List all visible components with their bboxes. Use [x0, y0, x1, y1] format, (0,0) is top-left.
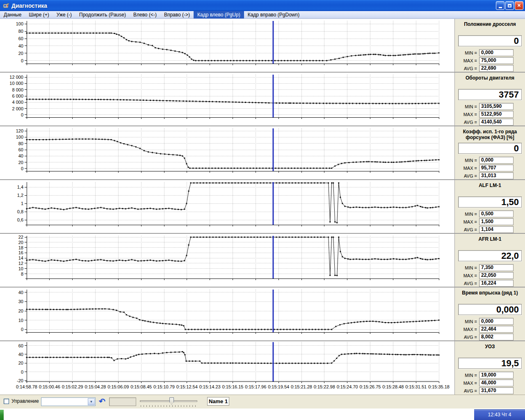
svg-text:20: 20 [18, 361, 23, 365]
stat-label-avg: AVG = [458, 120, 477, 125]
x-axis-time-label: 0:15:21.28 [291, 384, 312, 389]
chart-ignition-advance[interactable]: -2002040600:14:58.780:15:00.460:15:02.29… [0, 341, 454, 395]
svg-text:80: 80 [18, 29, 23, 34]
svg-text:120: 120 [16, 128, 23, 133]
svg-text:1,2: 1,2 [17, 193, 23, 198]
profile-name-label: Name 1 [207, 397, 229, 406]
x-axis-time-label: 0:15:28.48 [382, 384, 404, 389]
close-button[interactable]: ✕ [515, 1, 523, 10]
panel-current-value: 22,0 [458, 250, 522, 261]
svg-text:60: 60 [18, 147, 23, 152]
slider-thumb[interactable] [169, 397, 174, 405]
chart-injection-time[interactable]: 010203040 [0, 288, 454, 341]
panel-afr-lm1: AFR LM-122,0MIN =7,350MAX =22,050AVG =16… [455, 234, 525, 288]
x-axis-time-label: 0:15:04.28 [85, 384, 106, 389]
undo-icon[interactable]: ↶ [99, 397, 105, 406]
stat-row-max: MAX =75,000 [458, 57, 522, 64]
stat-label-max: MAX = [458, 112, 477, 117]
channel-combobox[interactable]: ▼ [41, 397, 96, 406]
stat-value-max: 22,464 [479, 326, 514, 333]
menu-item-frame-right[interactable]: Кадр вправо (PgDown) [244, 11, 304, 18]
x-axis-time-label: 0:15:22.98 [314, 384, 335, 389]
menu-item-right[interactable]: Вправо (->) [160, 11, 194, 18]
stat-value-avg: 16,224 [479, 280, 514, 287]
minimize-button[interactable] [496, 1, 504, 10]
stat-label-min: MIN = [458, 50, 477, 55]
svg-text:100: 100 [16, 135, 23, 139]
stat-row-avg: AVG =31,013 [458, 172, 522, 180]
svg-text:0: 0 [21, 327, 23, 332]
x-axis-time-label: 0:15:02.29 [62, 384, 83, 389]
x-axis-time-label: 0:15:26.75 [360, 384, 381, 389]
svg-text:0,8: 0,8 [17, 209, 23, 214]
control-checkbox[interactable] [4, 399, 9, 404]
menu-item-left[interactable]: Влево (<-) [130, 11, 160, 18]
svg-text:0,6: 0,6 [17, 217, 23, 222]
svg-text:20: 20 [18, 308, 23, 313]
svg-text:1,4: 1,4 [17, 185, 23, 189]
panel-title: Обороты двигателя [458, 73, 522, 89]
chart-injector-coeff[interactable]: 020406080100120 [0, 126, 454, 180]
svg-text:8 000: 8 000 [12, 87, 23, 92]
svg-text:20: 20 [18, 51, 23, 56]
stat-label-min: MIN = [458, 319, 477, 324]
chevron-down-icon: ▼ [90, 400, 93, 404]
chart-engine-rpm[interactable]: 02 0004 0006 0008 00010 00012 000 [0, 73, 454, 126]
combo-dropdown-button[interactable]: ▼ [88, 398, 95, 405]
stat-row-min: MIN =19,000 [458, 371, 522, 379]
stat-label-max: MAX = [458, 219, 477, 224]
x-axis-time-label: 0:15:00.46 [39, 384, 60, 389]
stat-row-avg: AVG =4140,540 [458, 118, 522, 126]
stat-label-max: MAX = [458, 58, 477, 63]
svg-text:14: 14 [18, 256, 23, 260]
desktop-strip: 12:43 Чт 4 [0, 409, 525, 420]
chart-alf-lm1[interactable]: 0,60,811,21,4 [0, 180, 454, 234]
panel-injector-coeff: Коэфф. исп. 1-го ряда форсунок (ФАЗ) [%]… [455, 126, 525, 180]
svg-text:0: 0 [21, 166, 23, 171]
maximize-icon [508, 4, 511, 7]
panel-title: Коэфф. исп. 1-го ряда форсунок (ФАЗ) [%] [458, 126, 522, 143]
x-axis-time-label: 0:15:24.70 [337, 384, 358, 389]
menu-item-data[interactable]: Данные [0, 11, 25, 18]
taskbar-start-fragment [0, 410, 4, 420]
stat-row-max: MAX =46,000 [458, 379, 522, 387]
stat-row-avg: AVG =22,690 [458, 64, 522, 72]
svg-text:6 000: 6 000 [12, 94, 23, 98]
svg-text:10: 10 [18, 266, 23, 271]
stat-row-avg: AVG =8,002 [458, 333, 522, 341]
position-slider[interactable] [140, 397, 197, 407]
stat-value-avg: 31,013 [479, 172, 514, 179]
menu-item-pause[interactable]: Продолжить (Pause) [75, 11, 130, 18]
stat-value-max: 46,000 [479, 379, 514, 386]
panel-current-value: 0 [458, 143, 522, 154]
stat-label-avg: AVG = [458, 388, 477, 393]
x-axis-time-label: 0:15:19.54 [268, 384, 289, 389]
stat-row-max: MAX =95,707 [458, 164, 522, 172]
svg-text:60: 60 [18, 36, 23, 41]
slider-track [140, 400, 197, 402]
svg-text:12 000: 12 000 [9, 75, 23, 80]
panel-current-value: 0,000 [458, 304, 522, 315]
stat-value-min: 3105,590 [479, 103, 514, 110]
panel-current-value: 0 [458, 35, 522, 46]
taskbar-clock[interactable]: 12:43 Чт 4 [474, 409, 525, 420]
stat-label-avg: AVG = [458, 281, 477, 286]
chart-throttle-position[interactable]: 020406080100 [0, 19, 454, 73]
control-bar: Управление ▼ ↶ Name 1 [0, 395, 525, 409]
stat-value-avg: 31,670 [479, 387, 514, 394]
panel-ignition-advance: УОЗ19,5MIN =19,000MAX =46,000AVG =31,670 [455, 341, 525, 395]
stat-value-avg: 22,690 [479, 65, 514, 72]
panel-engine-rpm: Обороты двигателя3757MIN =3105,590MAX =5… [455, 73, 525, 126]
svg-text:20: 20 [18, 240, 23, 245]
menu-item-frame-left[interactable]: Кадр влево (PgUp) [194, 11, 244, 18]
panel-title: ALF LM-1 [458, 180, 522, 196]
stat-value-min: 0,000 [479, 318, 514, 325]
stat-label-max: MAX = [458, 273, 477, 278]
maximize-button[interactable] [505, 1, 514, 10]
svg-text:0: 0 [21, 58, 23, 63]
menu-item-narrower[interactable]: Уже (-) [53, 11, 75, 18]
chart-afr-lm1[interactable]: 810121416182022 [0, 234, 454, 288]
menu-item-wider[interactable]: Шире (+) [25, 11, 52, 18]
panel-current-value: 19,5 [458, 358, 522, 369]
stat-row-min: MIN =0,500 [458, 210, 522, 218]
